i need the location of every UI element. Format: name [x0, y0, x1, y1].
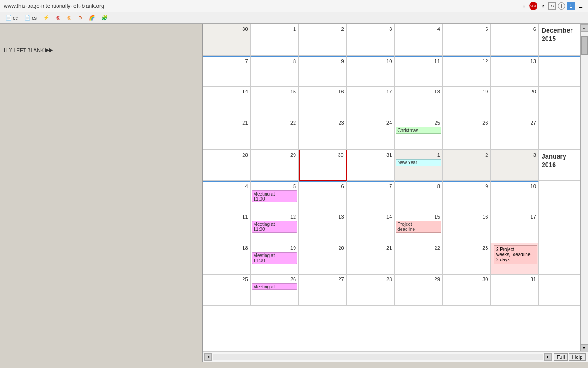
extension-icon-s[interactable]: S	[548, 2, 556, 10]
meeting-event-5[interactable]: Meeting at11:00	[252, 190, 298, 202]
cal-cell-jan19[interactable]: 19 Meeting at11:00	[251, 243, 299, 275]
help-button[interactable]: Help	[569, 353, 586, 361]
cal-cell-jan9[interactable]: 9	[443, 181, 491, 212]
hscroll-left-btn[interactable]: ◀	[204, 353, 212, 361]
cal-cell-jan10[interactable]: 10	[491, 181, 539, 212]
day-num: 13	[492, 58, 537, 64]
cal-cell-jan13[interactable]: 13	[299, 212, 347, 243]
full-button[interactable]: Full	[554, 353, 568, 361]
newyear-event[interactable]: New Year	[396, 159, 441, 166]
refresh-icon[interactable]: ↺	[539, 2, 547, 10]
cal-cell-dec26[interactable]: 26	[443, 118, 491, 150]
cal-cell-dec4[interactable]: 4	[395, 24, 443, 56]
cal-cell-jan17[interactable]: 17	[491, 212, 539, 243]
cal-cell-dec15[interactable]: 15	[251, 87, 299, 118]
cal-cell-dec16[interactable]: 16	[299, 87, 347, 118]
cal-cell-jan8[interactable]: 8	[395, 181, 443, 212]
cal-cell-jan16[interactable]: 16	[443, 212, 491, 243]
cal-cell-jan7[interactable]: 7	[347, 181, 395, 212]
cal-cell-dec18[interactable]: 18	[395, 87, 443, 118]
cal-cell-jan22[interactable]: 22	[395, 243, 443, 275]
cal-cell-dec25[interactable]: 25 Christmas	[395, 118, 443, 150]
cal-cell-dec17[interactable]: 17	[347, 87, 395, 118]
cal-cell-dec31[interactable]: 31	[347, 150, 395, 181]
day-num: 30	[204, 25, 249, 32]
cal-cell-dec20[interactable]: 20	[491, 87, 539, 118]
hscroll-track[interactable]	[213, 354, 543, 360]
bookmark-icon[interactable]: ☆	[520, 2, 527, 10]
cal-cell-jan18[interactable]: 18	[203, 243, 251, 275]
cal-cell-dec28[interactable]: 28	[203, 150, 251, 181]
cal-cell-dec13[interactable]: 13	[491, 56, 539, 87]
cal-cell-dec12[interactable]: 12	[443, 56, 491, 87]
cal-cell-dec11[interactable]: 11	[395, 56, 443, 87]
cal-cell-dec24[interactable]: 24	[347, 118, 395, 150]
cal-cell-dec22[interactable]: 22	[251, 118, 299, 150]
cal-cell-dec9[interactable]: 9	[299, 56, 347, 87]
cal-cell-jan15[interactable]: 15 Projectdeadline	[395, 212, 443, 243]
cal-cell-dec3[interactable]: 3	[347, 24, 395, 56]
cal-cell-dec21[interactable]: 21	[203, 118, 251, 150]
toolbar-cc[interactable]: 📄 cc	[4, 14, 20, 22]
toolbar-ubuntu[interactable]: ⊙	[76, 14, 84, 22]
cal-cell-jan31[interactable]: 31	[491, 275, 539, 306]
cal-cell-jan3[interactable]: 3	[491, 150, 539, 181]
scroll-thumb[interactable]	[581, 36, 588, 55]
meeting-event-19[interactable]: Meeting at11:00	[252, 252, 298, 264]
cal-cell-dec8[interactable]: 8	[251, 56, 299, 87]
hscroll-right-btn[interactable]: ▶	[544, 353, 552, 361]
cal-cell-jan5[interactable]: 5 Meeting at11:00	[251, 181, 299, 212]
info-icon[interactable]: i	[558, 2, 565, 10]
cal-cell-jan21[interactable]: 21	[347, 243, 395, 275]
cal-cell-jan29[interactable]: 29	[395, 275, 443, 306]
cal-cell-jan6[interactable]: 6	[299, 181, 347, 212]
toolbar-circle1[interactable]: ◎	[54, 14, 62, 22]
scroll-up-btn[interactable]: ▲	[581, 24, 588, 32]
day-num: 31	[348, 151, 394, 158]
cal-cell-dec5[interactable]: 5	[443, 24, 491, 56]
cal-cell-jan25[interactable]: 25	[203, 275, 251, 306]
cal-cell-dec30[interactable]: 30	[203, 24, 251, 56]
cal-cell-dec27[interactable]: 27	[491, 118, 539, 150]
meeting-event-26[interactable]: Meeting at...	[252, 283, 298, 290]
url-display: www.this-page-intentionally-left-blank.o…	[4, 3, 516, 9]
cal-cell-dec2[interactable]: 2	[299, 24, 347, 56]
cal-cell-jan1[interactable]: 1 New Year	[395, 150, 443, 181]
cal-cell-dec10[interactable]: 10	[347, 56, 395, 87]
abp-icon[interactable]: ABP	[529, 2, 537, 10]
christmas-event[interactable]: Christmas	[396, 127, 441, 134]
sidebar-arrow[interactable]: ▶▶	[45, 47, 53, 53]
scroll-track[interactable]	[581, 32, 588, 344]
toolbar-puzzle[interactable]: 🧩	[100, 14, 110, 22]
cal-cell-jan23[interactable]: 23	[443, 243, 491, 275]
cal-cell-jan24[interactable]: 24 2 Projectweeks, deadline2 days	[491, 243, 539, 275]
cal-cell-dec29[interactable]: 29	[251, 150, 299, 181]
cal-cell-jan12[interactable]: 12 Meeting at11:00	[251, 212, 299, 243]
deadline-event[interactable]: Projectdeadline	[396, 221, 441, 233]
cal-cell-jan26[interactable]: 26 Meeting at...	[251, 275, 299, 306]
cal-cell-dec6[interactable]: 6	[491, 24, 539, 56]
cal-cell-jan27[interactable]: 27	[299, 275, 347, 306]
cal-cell-jan14[interactable]: 14	[347, 212, 395, 243]
menu-icon[interactable]: ☰	[577, 2, 584, 10]
cal-cell-dec14[interactable]: 14	[203, 87, 251, 118]
cal-cell-jan20[interactable]: 20	[299, 243, 347, 275]
scroll-down-btn[interactable]: ▼	[581, 344, 588, 351]
cal-cell-dec30-today[interactable]: 30	[299, 150, 347, 181]
toolbar-cs[interactable]: 📄 cs	[23, 14, 39, 22]
cal-cell-dec7[interactable]: 7	[203, 56, 251, 87]
toolbar-lightning[interactable]: ⚡	[41, 14, 51, 22]
meeting-event-12[interactable]: Meeting at11:00	[252, 221, 298, 233]
cal-cell-jan28[interactable]: 28	[347, 275, 395, 306]
cal-cell-dec1[interactable]: 1	[251, 24, 299, 56]
cal-cell-jan30[interactable]: 30	[443, 275, 491, 306]
cal-cell-jan11[interactable]: 11	[203, 212, 251, 243]
cal-cell-dec19[interactable]: 19	[443, 87, 491, 118]
counter-icon[interactable]: 1	[567, 2, 575, 10]
cal-cell-jan4[interactable]: 4	[203, 181, 251, 212]
toolbar-circle2[interactable]: ◎	[65, 14, 74, 22]
cal-cell-jan2[interactable]: 2	[443, 150, 491, 181]
cal-cell-dec23[interactable]: 23	[299, 118, 347, 150]
day-num: 11	[396, 58, 441, 64]
toolbar-rainbow[interactable]: 🌈	[87, 14, 97, 22]
